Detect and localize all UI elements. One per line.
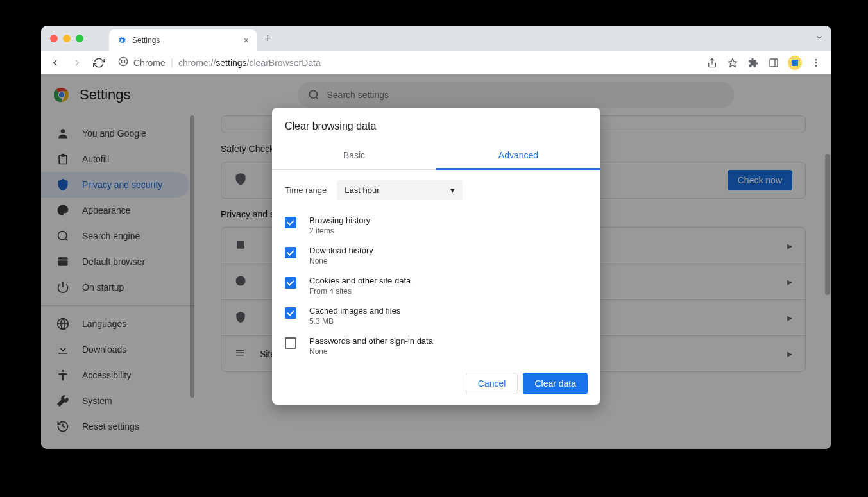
browser-tab[interactable]: Settings × bbox=[109, 29, 257, 51]
gear-icon bbox=[117, 35, 127, 46]
minimize-window-button[interactable] bbox=[63, 35, 71, 42]
address-bar: Chrome | chrome://settings/clearBrowserD… bbox=[41, 51, 831, 74]
new-tab-button[interactable]: + bbox=[264, 32, 271, 46]
time-range-value: Last hour bbox=[345, 185, 379, 195]
titlebar: Settings × + bbox=[41, 26, 831, 51]
extensions-icon[interactable] bbox=[747, 56, 760, 69]
checkbox-cached-images-and-files[interactable] bbox=[285, 307, 296, 319]
svg-marker-2 bbox=[728, 58, 736, 67]
window-controls bbox=[50, 35, 83, 42]
toolbar-right bbox=[706, 56, 822, 70]
check-sublabel: 2 items bbox=[309, 226, 370, 235]
check-row-0: Browsing history2 items bbox=[285, 210, 588, 240]
dialog-tabs: Basic Advanced bbox=[272, 142, 600, 170]
check-row-1: Download historyNone bbox=[285, 240, 588, 271]
dialog-footer: Cancel Clear data bbox=[272, 362, 600, 405]
check-row-3: Cached images and files5.3 MB bbox=[285, 301, 588, 331]
tab-basic[interactable]: Basic bbox=[272, 142, 436, 169]
url-text: chrome://settings/clearBrowserData bbox=[178, 58, 321, 68]
profile-avatar[interactable] bbox=[788, 56, 802, 70]
svg-point-5 bbox=[815, 59, 817, 61]
checkbox-download-history[interactable] bbox=[285, 247, 296, 258]
time-range-select[interactable]: Last hour ▾ bbox=[337, 180, 463, 200]
chrome-icon bbox=[118, 56, 128, 69]
dialog-body: Time range Last hour ▾ Browsing history2… bbox=[272, 170, 600, 362]
check-label: Browsing history bbox=[309, 215, 370, 225]
checkbox-browsing-history[interactable] bbox=[285, 217, 296, 228]
dialog-title: Clear browsing data bbox=[272, 108, 600, 142]
tab-advanced[interactable]: Advanced bbox=[436, 142, 600, 170]
chevron-down-icon[interactable] bbox=[815, 33, 824, 44]
star-icon[interactable] bbox=[726, 56, 739, 69]
svg-point-1 bbox=[121, 60, 124, 63]
check-sublabel: None bbox=[309, 257, 373, 265]
content-area: Settings You and GoogleAutofillPrivacy a… bbox=[41, 74, 831, 449]
forward-button[interactable] bbox=[69, 55, 85, 71]
check-row-2: Cookies and other site dataFrom 4 sites bbox=[285, 271, 588, 301]
url-chip: Chrome bbox=[133, 58, 166, 68]
maximize-window-button[interactable] bbox=[76, 35, 83, 42]
svg-point-6 bbox=[815, 62, 817, 63]
clear-data-button[interactable]: Clear data bbox=[523, 373, 588, 394]
svg-point-7 bbox=[815, 65, 817, 67]
check-sublabel: From 4 sites bbox=[309, 287, 411, 296]
time-range-label: Time range bbox=[285, 185, 327, 195]
close-window-button[interactable] bbox=[50, 35, 58, 42]
cancel-button[interactable]: Cancel bbox=[466, 373, 518, 394]
check-row-4: Passwords and other sign-in dataNone bbox=[285, 331, 588, 361]
clear-browsing-data-dialog: Clear browsing data Basic Advanced Time … bbox=[272, 108, 600, 405]
kebab-menu-icon[interactable] bbox=[810, 56, 822, 69]
check-label: Download history bbox=[309, 246, 373, 255]
share-icon[interactable] bbox=[706, 56, 719, 69]
back-button[interactable] bbox=[47, 55, 63, 71]
close-tab-icon[interactable]: × bbox=[244, 35, 249, 46]
url-field[interactable]: Chrome | chrome://settings/clearBrowserD… bbox=[113, 56, 699, 69]
svg-rect-3 bbox=[770, 59, 778, 67]
check-label: Cached images and files bbox=[309, 306, 400, 316]
time-range-row: Time range Last hour ▾ bbox=[285, 180, 588, 200]
check-sublabel: 5.3 MB bbox=[309, 317, 400, 326]
check-label: Passwords and other sign-in data bbox=[309, 336, 433, 346]
modal-overlay: Clear browsing data Basic Advanced Time … bbox=[41, 74, 831, 449]
sidepanel-icon[interactable] bbox=[767, 56, 780, 69]
checkbox-cookies-and-other-site-data[interactable] bbox=[285, 277, 296, 289]
reload-button[interactable] bbox=[91, 55, 106, 71]
tab-title: Settings bbox=[132, 36, 244, 45]
check-label: Cookies and other site data bbox=[309, 276, 411, 285]
dropdown-arrow-icon: ▾ bbox=[450, 185, 455, 195]
check-sublabel: None bbox=[309, 347, 433, 356]
checkbox-passwords-and-other-sign-in-data[interactable] bbox=[285, 337, 296, 349]
browser-window: Settings × + Chrome | chrome://settings/… bbox=[41, 26, 831, 449]
svg-point-0 bbox=[119, 57, 127, 65]
